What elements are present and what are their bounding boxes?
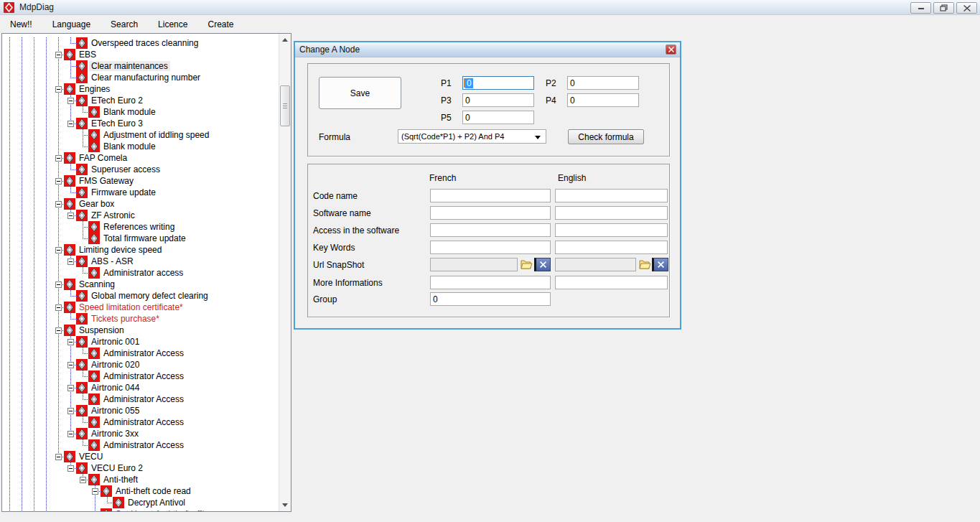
- renault-diamond-icon[interactable]: [76, 118, 88, 129]
- tree-item[interactable]: EBS: [2, 49, 279, 60]
- tree-item-label[interactable]: Gear box: [77, 199, 116, 209]
- tree-scrollbar[interactable]: [279, 34, 291, 511]
- expand-collapse-box[interactable]: [67, 465, 74, 472]
- expand-collapse-box[interactable]: [55, 178, 62, 185]
- renault-diamond-icon[interactable]: [88, 129, 100, 141]
- expand-collapse-box[interactable]: [55, 52, 62, 58]
- access-in-software-french-field[interactable]: [430, 223, 551, 237]
- renault-diamond-icon[interactable]: [76, 290, 88, 302]
- tree-item-label[interactable]: EBS: [77, 50, 98, 60]
- renault-diamond-icon[interactable]: [76, 60, 88, 72]
- renault-diamond-icon[interactable]: [64, 244, 75, 256]
- tree-item-label[interactable]: Administrator Access: [101, 417, 186, 427]
- tree-item[interactable]: ABS - ASR: [2, 256, 279, 267]
- renault-diamond-icon[interactable]: [76, 37, 88, 49]
- renault-diamond-icon[interactable]: [76, 187, 88, 198]
- tree-item-label[interactable]: ETech Euro 2: [89, 95, 145, 106]
- tree-item[interactable]: References writing: [2, 221, 279, 233]
- tree-item-label[interactable]: VECU: [77, 452, 105, 462]
- tree-item-label[interactable]: ZF Astronic: [89, 210, 137, 220]
- tree-item-label[interactable]: Firmware update: [89, 187, 158, 197]
- renault-diamond-icon[interactable]: [64, 198, 75, 210]
- renault-diamond-icon[interactable]: [76, 359, 88, 370]
- expand-collapse-box[interactable]: [67, 213, 74, 219]
- renault-diamond-icon[interactable]: [76, 428, 88, 439]
- tree-item-label[interactable]: Clear manufacturing number: [89, 73, 202, 83]
- tree-item-label[interactable]: Adjustment of iddling speed: [101, 130, 211, 140]
- tree-item[interactable]: Speed limitation certificate*: [2, 302, 279, 313]
- software-name-french-field[interactable]: [430, 206, 551, 220]
- renault-diamond-icon[interactable]: [76, 313, 88, 325]
- renault-diamond-icon[interactable]: [64, 175, 75, 187]
- expand-collapse-box[interactable]: [67, 431, 74, 437]
- tree-item[interactable]: Blank module: [2, 141, 279, 152]
- code-name-english-field[interactable]: [555, 189, 668, 202]
- url-snapshot-english-field[interactable]: [555, 258, 636, 271]
- tree-item-label[interactable]: Total firmware update: [101, 233, 188, 243]
- tree-item[interactable]: Set Unset Anti-theft off*: [2, 508, 279, 511]
- tree-item-label[interactable]: FMS Gateway: [77, 176, 136, 186]
- tree-item-label[interactable]: Clear maintenances: [89, 61, 170, 71]
- expand-collapse-box[interactable]: [67, 339, 74, 345]
- tree-item-label[interactable]: Tickets purchase*: [89, 314, 162, 324]
- tree-item-label[interactable]: Anti-theft: [101, 475, 140, 485]
- tree-item-label[interactable]: Blank module: [101, 141, 158, 152]
- renault-diamond-icon[interactable]: [88, 416, 100, 428]
- renault-diamond-icon[interactable]: [76, 72, 88, 83]
- tree-item[interactable]: ETech Euro 3: [2, 118, 279, 129]
- menu-language[interactable]: Language: [42, 17, 101, 32]
- renault-diamond-icon[interactable]: [76, 405, 88, 416]
- tree-item[interactable]: Total firmware update: [2, 233, 279, 244]
- expand-collapse-box[interactable]: [55, 155, 62, 162]
- renault-diamond-icon[interactable]: [64, 302, 75, 313]
- expand-collapse-box[interactable]: [55, 304, 62, 311]
- renault-diamond-icon[interactable]: [113, 497, 124, 508]
- browse-folder-button-english[interactable]: [639, 258, 651, 270]
- tree-item[interactable]: Airtronic 020: [2, 359, 279, 370]
- tree-item[interactable]: VECU: [2, 451, 279, 462]
- renault-diamond-icon[interactable]: [88, 439, 100, 451]
- tree-item-label[interactable]: Overspeed traces cleanning: [89, 38, 200, 48]
- expand-collapse-box[interactable]: [55, 201, 62, 208]
- renault-diamond-icon[interactable]: [76, 95, 88, 106]
- tree-item[interactable]: Engines: [2, 83, 279, 95]
- scrollbar-thumb[interactable]: [280, 85, 290, 126]
- tree-item[interactable]: ETech Euro 2: [2, 95, 279, 106]
- code-name-french-field[interactable]: [430, 189, 551, 202]
- expand-collapse-box[interactable]: [67, 408, 74, 414]
- tree-item-label[interactable]: ABS - ASR: [89, 256, 136, 266]
- tree-item[interactable]: Blank module: [2, 106, 279, 118]
- expand-collapse-box[interactable]: [67, 98, 74, 104]
- renault-diamond-icon[interactable]: [76, 462, 88, 474]
- renault-diamond-icon[interactable]: [88, 221, 100, 233]
- tree-item[interactable]: VECU Euro 2: [2, 462, 279, 474]
- renault-diamond-icon[interactable]: [101, 508, 112, 511]
- tree-item[interactable]: FAP Comela: [2, 152, 279, 164]
- tree-item[interactable]: Scanning: [2, 279, 279, 290]
- tree-item[interactable]: Superuser access: [2, 164, 279, 175]
- tree-item-label[interactable]: Global memory defect clearing: [89, 291, 210, 301]
- menu-search[interactable]: Search: [101, 17, 148, 32]
- tree-item[interactable]: Administrator Access: [2, 348, 279, 359]
- tree-item[interactable]: Clear maintenances: [2, 60, 279, 72]
- clear-snapshot-button-french[interactable]: [534, 258, 551, 271]
- url-snapshot-french-field[interactable]: [430, 258, 518, 271]
- renault-diamond-icon[interactable]: [76, 336, 88, 348]
- check-formula-button[interactable]: Check formula: [568, 129, 644, 144]
- renault-diamond-icon[interactable]: [64, 49, 75, 60]
- scroll-up-button[interactable]: [279, 34, 291, 46]
- menu-new[interactable]: New!!: [0, 17, 42, 32]
- renault-diamond-icon[interactable]: [88, 370, 100, 382]
- tree-item[interactable]: Administrator access: [2, 267, 279, 279]
- save-button[interactable]: Save: [319, 77, 401, 109]
- expand-collapse-box[interactable]: [55, 247, 62, 253]
- renault-diamond-icon[interactable]: [64, 451, 75, 462]
- tree-item-label[interactable]: FAP Comela: [77, 153, 129, 163]
- tree-item[interactable]: Suspension: [2, 325, 279, 336]
- tree-item-label[interactable]: Limiting device speed: [77, 245, 164, 255]
- renault-diamond-icon[interactable]: [88, 141, 100, 152]
- renault-diamond-icon[interactable]: [76, 256, 88, 267]
- renault-diamond-icon[interactable]: [64, 152, 75, 164]
- renault-diamond-icon[interactable]: [88, 106, 100, 118]
- tree-item-label[interactable]: Administrator Access: [101, 371, 186, 381]
